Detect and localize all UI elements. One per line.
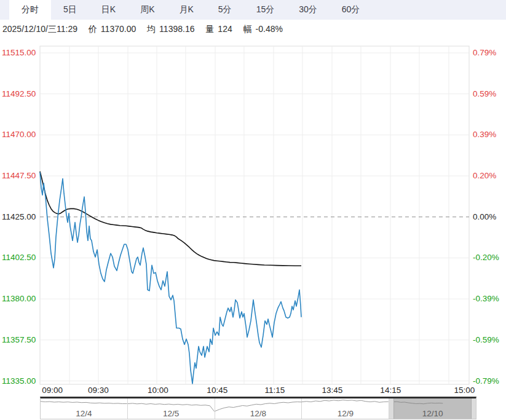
y-axis-price-label: 11447.50 (2, 171, 36, 181)
y-axis-price-label: 11380.00 (2, 294, 36, 304)
navigator-date-label: 12/9 (302, 409, 389, 418)
y-axis-percent-label: 0.00% (473, 212, 496, 222)
y-axis-price-label: 11402.50 (2, 253, 36, 263)
average-price-line (40, 172, 301, 266)
navigator-sparkline (41, 399, 127, 408)
navigator-sparkline (128, 399, 215, 408)
navigator-segment[interactable]: 12/8 (215, 398, 302, 419)
navigator-segment[interactable]: 12/4 (41, 398, 128, 419)
sparkline-path (302, 400, 389, 403)
trading-app-window: 分时5日日K周K月K5分15分30分60分 2025/12/10/三11:29 … (0, 0, 506, 420)
x-axis-time-label: 15:00 (454, 386, 475, 395)
navigator-date-label: 12/10 (389, 409, 476, 418)
y-axis-percent-label: -0.20% (473, 253, 499, 263)
y-axis-percent-label: 0.79% (473, 48, 496, 58)
navigator-date-label: 12/4 (41, 409, 127, 418)
navigator-segment[interactable]: 12/5 (128, 398, 215, 419)
y-axis-price-label: 11492.50 (2, 89, 36, 99)
x-axis-time-label: 10:45 (207, 386, 227, 395)
x-axis-time-label: 13:45 (322, 386, 342, 395)
current-price-line (40, 172, 301, 384)
y-axis-price-label: 11425.00 (2, 212, 36, 222)
y-axis-price-label: 11470.00 (2, 130, 36, 140)
plot-border (40, 46, 469, 384)
y-axis-percent-label: -0.59% (473, 335, 499, 345)
x-axis-time-label: 14:15 (380, 386, 401, 395)
navigator-sparkline (302, 399, 389, 408)
date-range-navigator[interactable]: 12/412/512/812/912/10 (40, 397, 476, 419)
y-axis-price-label: 11335.00 (2, 376, 36, 386)
y-axis-percent-label: 0.39% (473, 130, 496, 140)
y-axis-price-label: 11357.50 (2, 335, 36, 345)
navigator-date-label: 12/5 (128, 409, 215, 418)
x-axis-time-label: 11:15 (264, 386, 285, 395)
y-axis-percent-label: 0.59% (473, 89, 496, 99)
x-axis-time-label: 10:00 (148, 386, 168, 395)
y-axis-percent-label: -0.79% (473, 376, 499, 386)
x-axis-time-label: 09:00 (42, 386, 63, 395)
price-chart[interactable] (0, 0, 506, 397)
sparkline-path (41, 402, 127, 404)
y-axis-percent-label: -0.39% (473, 294, 499, 304)
y-axis-price-label: 11515.00 (2, 48, 36, 58)
navigator-segment[interactable]: 12/9 (302, 398, 389, 419)
navigator-selected-range[interactable]: 12/10 (389, 398, 476, 419)
x-axis-time-label: 09:30 (88, 386, 109, 395)
navigator-date-label: 12/8 (215, 409, 302, 418)
y-axis-percent-label: 0.20% (473, 171, 496, 181)
navigator-sparkline (215, 399, 302, 408)
